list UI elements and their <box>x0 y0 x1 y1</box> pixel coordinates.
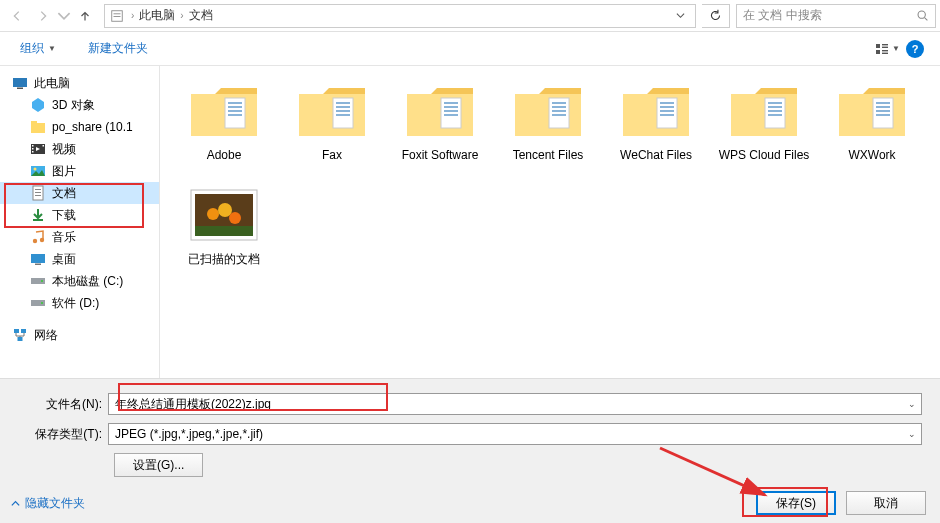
svg-rect-40 <box>228 106 242 108</box>
svg-rect-62 <box>660 114 674 116</box>
svg-rect-57 <box>552 114 566 116</box>
svg-rect-37 <box>18 337 23 341</box>
svg-rect-16 <box>32 145 34 147</box>
refresh-button[interactable] <box>702 4 730 28</box>
folder-view[interactable]: AdobeFaxFoxit SoftwareTencent FilesWeCha… <box>160 66 940 378</box>
desktop-icon <box>30 251 46 267</box>
toolbar: 组织 ▼ 新建文件夹 ▼ ? <box>0 32 940 66</box>
main-area: 此电脑 3D 对象 po_share (10.1 视频 图片 文档 下载 音乐 <box>0 66 940 378</box>
svg-rect-29 <box>31 254 45 263</box>
sidebar-item-videos[interactable]: 视频 <box>0 138 159 160</box>
svg-rect-30 <box>35 264 41 266</box>
navigation-bar: › 此电脑 › 文档 在 文档 中搜索 <box>0 0 940 32</box>
sidebar-item-downloads[interactable]: 下载 <box>0 204 159 226</box>
svg-rect-44 <box>336 102 350 104</box>
folder-item[interactable]: WPS Cloud Files <box>710 80 818 164</box>
svg-rect-64 <box>768 102 782 104</box>
svg-rect-41 <box>228 110 242 112</box>
folder-label: Fax <box>278 148 386 164</box>
folder-item[interactable]: Fax <box>278 80 386 164</box>
svg-point-21 <box>34 168 37 171</box>
svg-rect-47 <box>336 114 350 116</box>
svg-rect-59 <box>660 102 674 104</box>
folder-item[interactable]: Adobe <box>170 80 278 164</box>
chevron-down-icon: ▼ <box>48 44 56 53</box>
view-options-button[interactable]: ▼ <box>874 37 900 61</box>
chevron-right-icon: › <box>129 10 136 21</box>
folder-item[interactable]: 已扫描的文档 <box>170 184 278 268</box>
svg-rect-54 <box>552 102 566 104</box>
svg-rect-52 <box>444 114 458 116</box>
sidebar-item-desktop[interactable]: 桌面 <box>0 248 159 270</box>
pictures-icon <box>30 163 46 179</box>
sidebar-item-pictures[interactable]: 图片 <box>0 160 159 182</box>
sidebar-item-3d[interactable]: 3D 对象 <box>0 94 159 116</box>
sidebar-item-music[interactable]: 音乐 <box>0 226 159 248</box>
svg-rect-2 <box>114 16 121 17</box>
svg-rect-49 <box>444 102 458 104</box>
help-button[interactable]: ? <box>902 37 928 61</box>
svg-rect-19 <box>43 145 45 147</box>
search-input[interactable]: 在 文档 中搜索 <box>736 4 936 28</box>
svg-rect-18 <box>32 151 34 153</box>
folder-item[interactable]: WeChat Files <box>602 80 710 164</box>
downloads-icon <box>30 207 46 223</box>
svg-rect-66 <box>768 110 782 112</box>
save-panel: 文件名(N): ⌄ 保存类型(T): ⌄ 设置(G)... 隐藏文件夹 保存(S… <box>0 378 940 523</box>
sidebar-item-poshare[interactable]: po_share (10.1 <box>0 116 159 138</box>
new-folder-button[interactable]: 新建文件夹 <box>80 36 156 61</box>
svg-point-75 <box>207 208 219 220</box>
filename-input[interactable] <box>108 393 922 415</box>
chevron-right-icon: › <box>178 10 185 21</box>
help-icon: ? <box>906 40 924 58</box>
organize-menu[interactable]: 组织 ▼ <box>12 36 64 61</box>
documents-icon <box>30 185 46 201</box>
svg-rect-36 <box>21 329 26 333</box>
folder-label: Foxit Software <box>386 148 494 164</box>
settings-button[interactable]: 设置(G)... <box>114 453 203 477</box>
folder-label: WeChat Files <box>602 148 710 164</box>
network-icon <box>12 327 28 343</box>
svg-point-27 <box>33 239 37 243</box>
sidebar-item-drive-d[interactable]: 软件 (D:) <box>0 292 159 314</box>
svg-rect-69 <box>876 102 890 104</box>
folder-label: Adobe <box>170 148 278 164</box>
forward-button[interactable] <box>30 4 56 28</box>
back-button[interactable] <box>4 4 30 28</box>
svg-rect-25 <box>35 195 41 196</box>
video-icon <box>30 141 46 157</box>
svg-point-3 <box>918 11 925 18</box>
svg-rect-6 <box>882 44 888 45</box>
svg-rect-24 <box>35 192 41 193</box>
svg-rect-7 <box>882 46 888 47</box>
breadcrumb-documents[interactable]: 文档 <box>186 7 216 24</box>
location-icon <box>109 8 125 24</box>
address-bar[interactable]: › 此电脑 › 文档 <box>104 4 696 28</box>
up-button[interactable] <box>72 4 98 28</box>
svg-rect-12 <box>17 88 23 90</box>
pc-icon <box>12 75 28 91</box>
hide-folders-toggle[interactable]: 隐藏文件夹 <box>10 495 85 512</box>
svg-rect-51 <box>444 110 458 112</box>
svg-rect-72 <box>876 114 890 116</box>
svg-rect-56 <box>552 110 566 112</box>
svg-rect-10 <box>882 52 888 53</box>
cancel-button[interactable]: 取消 <box>846 491 926 515</box>
sidebar-this-pc[interactable]: 此电脑 <box>0 72 159 94</box>
sidebar-item-drive-c[interactable]: 本地磁盘 (C:) <box>0 270 159 292</box>
save-button[interactable]: 保存(S) <box>756 491 836 515</box>
folder-icon <box>401 80 479 142</box>
sidebar-item-documents[interactable]: 文档 <box>0 182 159 204</box>
folder-item[interactable]: WXWork <box>818 80 926 164</box>
svg-line-4 <box>925 18 928 21</box>
folder-item[interactable]: Foxit Software <box>386 80 494 164</box>
drive-icon <box>30 295 46 311</box>
address-dropdown[interactable] <box>670 9 691 23</box>
sidebar-network[interactable]: 网络 <box>0 324 159 346</box>
breadcrumb-this-pc[interactable]: 此电脑 <box>136 7 178 24</box>
recent-dropdown[interactable] <box>56 4 72 28</box>
svg-rect-39 <box>228 102 242 104</box>
filetype-label: 保存类型(T): <box>18 426 108 443</box>
folder-item[interactable]: Tencent Files <box>494 80 602 164</box>
filetype-select[interactable] <box>108 423 922 445</box>
